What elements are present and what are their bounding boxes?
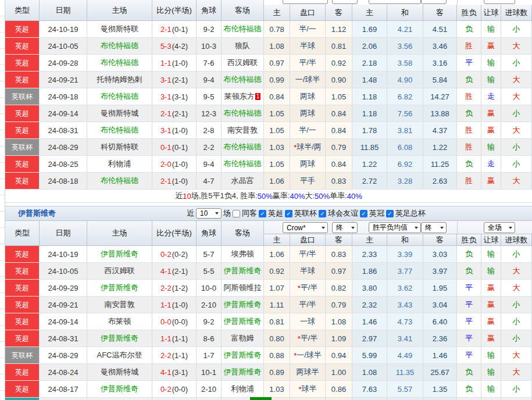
- result-wdl: 胜: [457, 88, 481, 105]
- avg-away-odds: 6.40: [423, 313, 457, 330]
- fulltime-score: 3-1: [160, 92, 172, 101]
- score-cell: 2-1(1-0): [152, 173, 197, 189]
- league-label-friendly[interactable]: 球会友谊: [328, 208, 358, 219]
- halftime-score: (2-1): [172, 76, 188, 84]
- handicap-line: 一/球半: [295, 74, 320, 85]
- handicap-home-odds: 0.81: [264, 313, 290, 330]
- home-team-cell: AFC温布尔登: [87, 347, 152, 363]
- away-team-cell: 伊普斯维奇: [222, 263, 264, 279]
- handicap-line-cell: 平/半: [290, 55, 326, 71]
- corner-count: 5-5: [197, 263, 222, 279]
- scope-select[interactable]: 全场: [484, 222, 515, 233]
- corner-count: 2-2: [197, 139, 222, 155]
- handicap-away-odds: 1.00: [326, 398, 352, 400]
- league-badge: 英超: [5, 263, 39, 279]
- score-cell: 1-1(1-0): [152, 55, 197, 71]
- avg-home-odds: 1.78: [352, 122, 387, 138]
- chevron-down-icon: [215, 212, 219, 215]
- bookmaker-select-clipped[interactable]: [283, 0, 328, 4]
- games-count-select[interactable]: 10: [196, 208, 222, 219]
- avg-home-odds: 1.69: [352, 21, 387, 37]
- handicap-line: 半球: [300, 41, 315, 51]
- halftime-score: (1-0): [172, 301, 188, 309]
- handicap-line: 半球: [300, 266, 315, 276]
- result-goals: 小: [501, 381, 532, 397]
- match-row: 英超24-09-21南安普敦1-1(1-0)2-10伊普斯维奇1.11平/半0.…: [5, 297, 532, 313]
- home-team-cell: 曼彻斯特联: [87, 21, 152, 37]
- score-cell: 1-0(0-0): [152, 398, 197, 400]
- result-wdl: 平: [457, 330, 481, 347]
- league-label-eflcup[interactable]: 英联杯: [294, 208, 317, 219]
- result-handicap: 赢: [481, 280, 501, 296]
- odds-time-select-clipped[interactable]: [332, 0, 358, 4]
- result-handicap: 赢: [481, 173, 501, 189]
- avg-home-odds: 7.63: [352, 381, 387, 397]
- away-team-cell: 伊普斯维奇: [222, 313, 264, 330]
- home-team-cell: 布伦特福德: [87, 38, 152, 54]
- same-away-checkbox[interactable]: [233, 210, 240, 217]
- result-handicap: 赢: [481, 330, 501, 347]
- away-team: 水晶宫: [231, 176, 254, 186]
- avg-odds-select[interactable]: 胜平负均值: [369, 222, 421, 233]
- handicap-line: 两球: [300, 159, 315, 169]
- avg-home-odds: 2.72: [352, 173, 387, 189]
- result-goals: 小: [501, 21, 532, 37]
- handicap-line-cell: 两球: [290, 105, 326, 122]
- league-checkbox-friendly[interactable]: [319, 210, 326, 217]
- match-row: 英超24-09-29伊普斯维奇2-2(1-2)10-0阿斯顿维拉1.07*平/半…: [5, 280, 532, 297]
- odd-rate: 40%: [347, 192, 362, 201]
- odds-time-select[interactable]: 终: [332, 222, 358, 233]
- avg-draw-odds: 3.40: [387, 398, 423, 400]
- away-team: 阿斯顿维拉: [224, 283, 262, 293]
- league-checkbox-eflcup[interactable]: [285, 210, 292, 217]
- fulltime-score: 2-2: [160, 284, 172, 292]
- fulltime-score: 0-1: [160, 143, 172, 152]
- avg-away-odds: 4.37: [423, 122, 457, 138]
- corner-count: 9-4: [197, 156, 222, 172]
- handicap-away-odds: 0.83: [326, 246, 352, 262]
- corner-count: 8-6: [197, 330, 222, 347]
- win-rate: 50%: [258, 192, 273, 201]
- avg-time-select-clipped[interactable]: [421, 0, 447, 4]
- score-cell: 2-1(2-1): [152, 105, 197, 122]
- league-checkbox-facup[interactable]: [386, 210, 394, 217]
- corner-count: 10-3: [197, 38, 222, 54]
- same-away-label[interactable]: 同客: [242, 208, 257, 219]
- league-label-premier[interactable]: 英超: [268, 208, 283, 219]
- match-row: 英超24-10-05西汉姆联4-1(2-1)5-5伊普斯维奇0.92半球0.97…: [5, 263, 532, 280]
- league-checkbox-premier[interactable]: [259, 210, 266, 217]
- bookmaker-select[interactable]: Crow*: [283, 222, 328, 233]
- corner-count: 2-10: [197, 381, 222, 397]
- avg-draw-odds: 3.43: [387, 297, 423, 313]
- home-team: 西汉姆联: [105, 266, 135, 276]
- scope-select-clipped[interactable]: [484, 0, 515, 4]
- handicap-line-cell: 一球: [290, 313, 326, 330]
- column-header-away: 客场: [222, 221, 264, 246]
- avg-away-odds: 4.51: [423, 21, 457, 37]
- result-handicap: 输: [481, 21, 501, 37]
- result-handicap: 赢: [481, 313, 501, 330]
- league-badge: 英超: [5, 156, 39, 172]
- match-date: 24-10-19: [40, 21, 87, 37]
- league-label-championship[interactable]: 英冠: [369, 208, 384, 219]
- match-row: 英超24-08-31伊普斯维奇1-1(1-1)8-6富勒姆0.80*平/半1.0…: [5, 330, 532, 347]
- summary-text: 近: [175, 191, 183, 201]
- column-header-type: 类型: [5, 0, 40, 21]
- league-label-facup[interactable]: 英足总杯: [395, 208, 426, 219]
- fulltime-score: 4-1: [160, 368, 172, 377]
- halftime-score: (0-0): [172, 317, 188, 326]
- avg-time-select[interactable]: 终: [421, 222, 447, 233]
- result-goals: 小: [501, 313, 532, 330]
- column-header-corner: 角球: [197, 221, 222, 246]
- column-header-avg-home: 主: [352, 234, 387, 246]
- handicap-win-rate: 40%: [290, 192, 305, 201]
- score-cell: 4-1(3-1): [152, 364, 197, 380]
- match-date: 24-10-05: [40, 263, 87, 279]
- halftime-score: (3-1): [172, 368, 188, 377]
- avg-home-odds: 2.39: [352, 398, 387, 400]
- handicap-home-odds: 1.06: [264, 246, 290, 262]
- league-checkbox-championship[interactable]: [360, 210, 367, 217]
- avg-select-clipped[interactable]: [369, 0, 421, 4]
- handicap-line: 半/一: [299, 125, 316, 135]
- halftime-score: (1-0): [172, 177, 188, 185]
